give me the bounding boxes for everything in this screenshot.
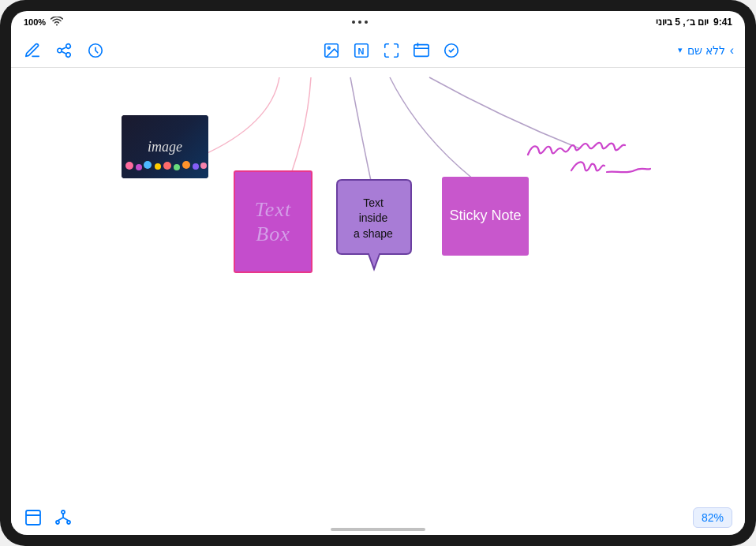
svg-point-13	[174, 164, 180, 170]
beads-decoration	[122, 158, 208, 174]
svg-point-10	[144, 161, 152, 169]
canvas-image[interactable]: image	[122, 115, 208, 178]
zoom-level[interactable]: 82%	[693, 507, 732, 528]
svg-line-23	[58, 518, 63, 521]
home-indicator	[331, 528, 425, 531]
svg-point-21	[67, 521, 70, 524]
status-left: 100%	[24, 17, 63, 28]
status-bar: 100% 9:41 יום ב׳, 5 ביוני	[11, 11, 745, 33]
media-button[interactable]	[321, 40, 342, 61]
handwritten-svg	[524, 131, 682, 194]
bottom-left-icons	[24, 508, 73, 527]
svg-text:N: N	[358, 46, 365, 55]
text-box-label: TextBox	[255, 197, 291, 246]
status-center	[352, 21, 368, 24]
handwritten-text	[524, 131, 682, 194]
ipad-screen: 100% 9:41 יום ב׳, 5 ביוני	[11, 11, 745, 535]
panel-toggle-button[interactable]	[24, 508, 43, 527]
svg-rect-17	[26, 510, 40, 525]
svg-line-24	[63, 518, 69, 521]
hierarchy-button[interactable]	[54, 508, 73, 527]
dot2	[358, 21, 361, 24]
wifi-icon	[51, 17, 63, 28]
history-button[interactable]	[85, 40, 106, 61]
toolbar-left	[22, 40, 106, 61]
document-name[interactable]: ללא שם	[687, 44, 725, 57]
dot1	[352, 21, 355, 24]
svg-point-19	[62, 510, 65, 514]
time-display: 9:41	[713, 17, 732, 28]
svg-point-14	[182, 161, 190, 169]
svg-point-16	[200, 163, 207, 169]
ipad-frame: 100% 9:41 יום ב׳, 5 ביוני	[0, 0, 756, 546]
text-box[interactable]: TextBox	[234, 170, 313, 273]
status-right: 9:41 יום ב׳, 5 ביוני	[656, 17, 732, 28]
svg-point-15	[193, 163, 199, 170]
share-button[interactable]	[54, 40, 74, 61]
svg-point-1	[328, 47, 331, 49]
shapes-button[interactable]	[381, 40, 402, 61]
forward-button[interactable]: ›	[730, 43, 734, 58]
sticky-note[interactable]: Sticky Note	[442, 177, 529, 256]
dropdown-chevron[interactable]: ▾	[678, 45, 683, 55]
sticky-note-label: Sticky Note	[449, 207, 521, 225]
image-inner: image	[122, 115, 208, 178]
shape-bubble[interactable]: Textinsidea shape	[331, 178, 417, 273]
svg-rect-4	[414, 44, 429, 56]
battery-icon: 100%	[24, 17, 46, 27]
toolbar-center: N	[321, 40, 462, 61]
browser-button[interactable]	[411, 40, 432, 61]
svg-point-20	[56, 521, 59, 524]
date-display: יום ב׳, 5 ביוני	[656, 17, 709, 28]
note-button[interactable]: N	[351, 40, 372, 61]
svg-point-11	[155, 163, 161, 170]
draw-button[interactable]	[441, 40, 462, 61]
edit-button[interactable]	[22, 40, 43, 61]
svg-point-8	[125, 162, 133, 170]
toolbar-right: › ללא שם ▾	[678, 43, 734, 58]
canvas: image TextB	[11, 68, 745, 529]
svg-point-12	[163, 162, 171, 170]
bubble-shape: Textinsidea shape	[331, 178, 417, 285]
image-label: image	[148, 139, 182, 155]
dot3	[365, 21, 368, 24]
toolbar: N › ללא שם ▾	[11, 33, 745, 68]
svg-point-9	[136, 164, 142, 170]
